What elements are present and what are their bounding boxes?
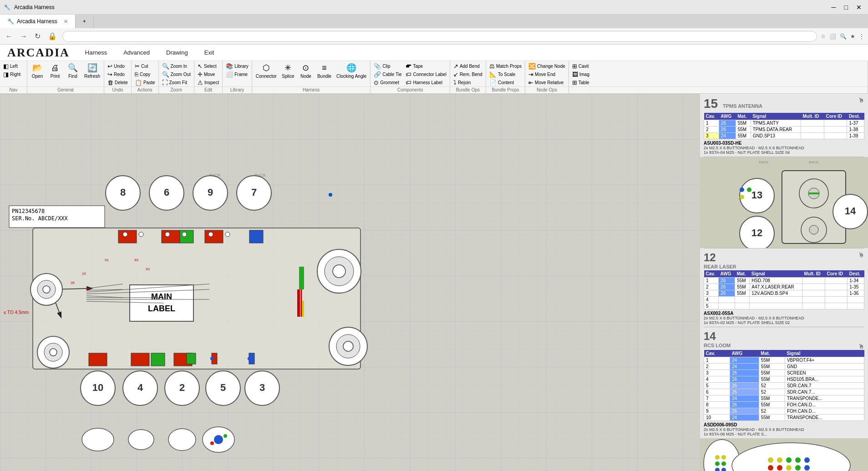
redo-button[interactable]: ↪ Redo (106, 71, 130, 78)
move-button[interactable]: ✛ Move (196, 71, 221, 78)
undo-icon: ↩ (107, 63, 112, 70)
close-button[interactable]: ✕ (853, 3, 864, 12)
redo-icon: ↪ (107, 71, 112, 78)
ext-icon[interactable]: ★ (850, 33, 855, 40)
svg-point-107 (747, 187, 751, 192)
add-bend-button[interactable]: ↗ Add Bend (452, 62, 484, 70)
cable-tie-button[interactable]: 🔗 Cable Tie (372, 71, 403, 78)
table-row: 7 24 55M TRANSPONDE... (704, 395, 864, 402)
undo-button[interactable]: ↩ Undo (106, 62, 130, 70)
tab-arcadia[interactable]: 🔧 Arcadia Harness ✕ (0, 15, 76, 28)
grommet-button[interactable]: ⊙ Grommet (372, 79, 403, 86)
match-props-button[interactable]: ⚖ Match Props (487, 62, 523, 70)
imag-icon: 🖼 (572, 71, 578, 78)
address-input[interactable] (62, 31, 817, 42)
canvas-area[interactable]: BACK BACK 8 6 9 7 PN12345678 SER.No. ABC… (0, 94, 700, 471)
splice-button[interactable]: ✳ Splice (279, 62, 297, 80)
extra-label (569, 86, 868, 93)
paste-button[interactable]: 📋 Paste (133, 79, 157, 86)
menu-harness[interactable]: Harness (77, 45, 115, 61)
menu-exit[interactable]: Exit (196, 45, 223, 61)
refresh-icon: 🔄 (87, 64, 97, 73)
harness-label-icon: 🏷 (406, 79, 411, 86)
star-icon[interactable]: ☆ (821, 33, 826, 40)
open-button[interactable]: 📂 Open (29, 62, 46, 80)
menu-icon[interactable]: ⋮ (859, 33, 864, 40)
inspect-button[interactable]: ⚠ Inspect (196, 79, 221, 86)
refresh-tool-button[interactable]: 🔄 Refresh (82, 62, 102, 80)
nav-right-label: Right (10, 72, 20, 77)
magnify-icon[interactable]: 🔍 (840, 33, 847, 40)
rem-bend-button[interactable]: ↙ Rem. Bend (452, 71, 484, 78)
cavit-icon: ⊞ (572, 63, 577, 70)
tape-button[interactable]: 🖝 Tape (404, 62, 448, 70)
move-relative-button[interactable]: ⇤ Move Relative (527, 79, 567, 86)
table-button[interactable]: ⊞ Table (570, 79, 591, 86)
back-button[interactable]: ← (4, 31, 15, 41)
find-button[interactable]: 🔍 Find (64, 62, 81, 80)
svg-point-124 (786, 457, 792, 463)
copy-button[interactable]: ⎘ Copy (133, 71, 157, 78)
conn-label-button[interactable]: 🏷 Connector Label (404, 71, 448, 78)
rear-laser-section: 12 🖱 REAR LASER Cav.AWGMat.SignalMult. I… (700, 248, 868, 327)
svg-point-26 (182, 232, 187, 237)
clocking-angle-button[interactable]: 🌐 Clocking Angle (334, 62, 369, 80)
refresh-button[interactable]: ↻ (33, 31, 42, 41)
change-node-button[interactable]: 🔀 Change Node (527, 62, 567, 70)
to-scale-button[interactable]: 📐 To Scale (487, 71, 523, 78)
table-row: 4 (704, 297, 864, 303)
zoomout-icon: 🔍 (162, 71, 169, 78)
zoomin-button[interactable]: 🔍 Zoom In (160, 62, 193, 70)
forward-button[interactable]: → (18, 31, 29, 41)
connector-button[interactable]: ⬡ Connector (254, 62, 279, 80)
zoomout-button[interactable]: 🔍 Zoom Out (160, 71, 193, 78)
menu-advanced[interactable]: Advanced (115, 45, 158, 61)
logo-area: ARCADIA (0, 45, 77, 61)
new-tab-button[interactable]: + (76, 15, 94, 28)
nav-right-icon: ◨ (3, 71, 9, 78)
splice-icon: ✳ (284, 64, 291, 73)
table-row: 1 26 55M TPMS.ANTY 1-37 (704, 120, 864, 127)
content-button[interactable]: 📄 Content (487, 79, 523, 86)
zoomfit-button[interactable]: ⛶ Zoom Fit (160, 79, 193, 86)
tab-close-icon[interactable]: ✕ (64, 19, 68, 25)
clip-button[interactable]: 📎 Clip (372, 62, 403, 70)
title-bar-controls[interactable]: ─ □ ✕ (829, 3, 864, 12)
nav-left-button[interactable]: ◧ Left (1, 62, 20, 70)
imag-button[interactable]: 🖼 Imag (570, 71, 591, 78)
rejoin-button[interactable]: ⤵ Rejoin (452, 79, 484, 86)
svg-text:14: 14 (845, 205, 856, 217)
bundle-button[interactable]: ≡ Bundle (315, 62, 334, 80)
menu-drawing[interactable]: Drawing (158, 45, 196, 61)
node-button[interactable]: ⊙ Node (297, 62, 315, 80)
rcs-desc1: 2x M2.5 X 6 BUTTONHEAD - M2.5 X 6 BUTTON… (704, 427, 864, 432)
svg-point-128 (777, 465, 782, 471)
zoomfit-icon: ⛶ (162, 79, 168, 86)
table-row: 8 26 55M FOH.CAN.D... (704, 402, 864, 408)
svg-point-27 (208, 232, 213, 237)
cavit-button[interactable]: ⊞ Cavit (570, 62, 591, 70)
nav-right-button[interactable]: ◨ Right (1, 71, 22, 78)
svg-rect-18 (118, 230, 137, 243)
svg-rect-17 (33, 228, 360, 369)
print-button[interactable]: 🖨 Print (46, 62, 64, 80)
harness-label-button[interactable]: 🏷 Harness Label (404, 79, 448, 86)
delete-button[interactable]: 🗑 Delete (106, 79, 130, 86)
drawing-canvas: BACK BACK 8 6 9 7 PN12345678 SER.No. ABC… (0, 94, 700, 471)
cut-button[interactable]: ✂ Cut (133, 62, 157, 70)
library-button[interactable]: 📚 Library (224, 62, 250, 70)
svg-text:LABEL: LABEL (148, 304, 175, 313)
screen-icon[interactable]: ⬜ (829, 33, 836, 40)
move-end-button[interactable]: ⇥ Move End (527, 71, 567, 78)
minimize-button[interactable]: ─ (829, 3, 839, 12)
copy-icon: ⎘ (135, 71, 138, 78)
move-end-icon: ⇥ (528, 71, 533, 78)
select-button[interactable]: ↖ Select (196, 62, 221, 70)
svg-text:SER.No.  ABCDE/XXX: SER.No. ABCDE/XXX (12, 215, 68, 222)
find-label: Find (68, 74, 77, 79)
frame-button[interactable]: ⬜ Frame (224, 71, 250, 78)
nav-left-label: Left (10, 64, 18, 69)
maximize-button[interactable]: □ (842, 3, 851, 12)
svg-rect-53 (89, 353, 107, 366)
svg-point-87 (343, 341, 353, 351)
